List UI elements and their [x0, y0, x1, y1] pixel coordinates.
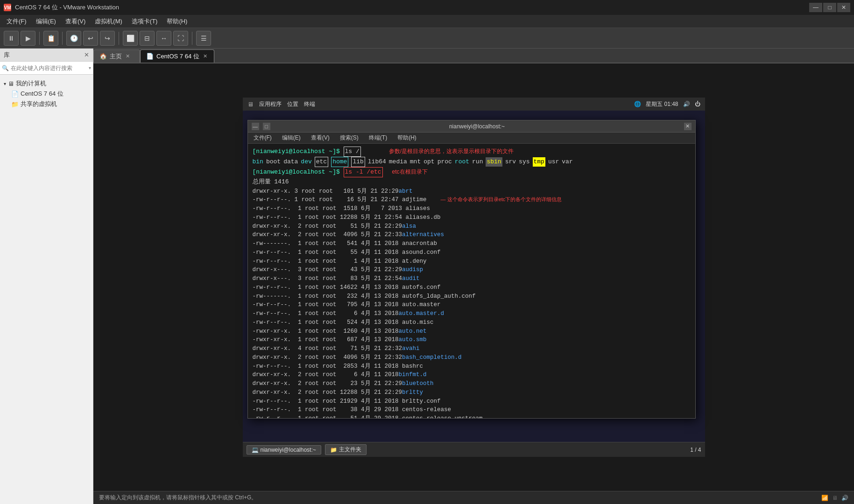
tab-centos[interactable]: 📄 CentOS 7 64 位 ✕ [140, 49, 214, 63]
toolbar-btn-10[interactable]: ⛶ [173, 31, 188, 46]
status-icon-2: 🖥 [832, 495, 838, 501]
tab-close-button[interactable]: ✕ [125, 53, 131, 59]
total-text: 总用量 1416 [253, 177, 289, 187]
volume-icon: 🔊 [683, 101, 690, 107]
menu-view[interactable]: 查看(V) [61, 16, 90, 27]
desktop-menu-location[interactable]: 位置 [287, 100, 298, 108]
tab-close-button[interactable]: ✕ [202, 53, 208, 59]
terminal-titlebar: — □ nianweiyi@localhost:~ ✕ [248, 120, 695, 133]
menu-help[interactable]: 帮助(H) [162, 16, 192, 27]
toolbar-btn-7[interactable]: ⬜ [123, 31, 138, 46]
toolbar-btn-6[interactable]: ↪ [100, 31, 115, 46]
file-row-aliases: -rw-r--r--. 1 root root 1518 6月 7 2013 a… [253, 204, 691, 213]
total-line: 总用量 1416 [253, 177, 691, 187]
terminal-close-button[interactable]: ✕ [684, 123, 692, 130]
file-row-avahi: drwxr-xr-x. 4 root root 71 5月 21 22:32 a… [253, 344, 691, 353]
sidebar-header: 库 ✕ [0, 49, 93, 62]
tab-label: 主页 [110, 52, 122, 61]
chevron-icon: ▾ [4, 81, 6, 86]
term-menu-view[interactable]: 查看(V) [308, 134, 332, 142]
terminal-menubar: 文件(F) 编辑(E) 查看(V) 搜索(S) 终端(T) 帮助(H) [248, 133, 695, 144]
ls-item-media: media [389, 157, 407, 167]
ls-item-lib: lib [351, 157, 365, 167]
status-text: 要将输入定向到该虚拟机，请将鼠标指针移入其中或按 Ctrl+G。 [99, 494, 257, 502]
menu-vm[interactable]: 虚拟机(M) [90, 16, 127, 27]
desktop-topbar: 🖥 应用程序 位置 终端 🌐 星期五 01:48 🔊 ⏻ [243, 98, 705, 111]
sidebar-item-my-computer[interactable]: ▾ 🖥 我的计算机 [2, 78, 91, 89]
file-row-adjtime: -rw-r--r--. 1 root root 16 5月 21 22:47 a… [253, 196, 691, 204]
minimize-button[interactable]: — [809, 3, 822, 12]
term-menu-search[interactable]: 搜索(S) [337, 134, 361, 142]
ls-output-line: bin boot data dev etc home lib lib64 med… [253, 157, 691, 167]
annotation-1: 参数/是根目录的意思，这表示显示根目录下的文件 [389, 147, 514, 156]
terminal-maximize-button[interactable]: □ [263, 123, 270, 130]
menu-edit[interactable]: 编辑(E) [31, 16, 61, 27]
power-icon[interactable]: ⏻ [695, 101, 700, 107]
ls-item-sbin: sbin [486, 157, 502, 167]
term-menu-file[interactable]: 文件(F) [251, 134, 275, 142]
term-menu-edit[interactable]: 编辑(E) [279, 134, 303, 142]
term-menu-help[interactable]: 帮助(H) [395, 134, 419, 142]
menu-tabs[interactable]: 选项卡(T) [127, 16, 162, 27]
page-indicator: 1 / 4 [690, 447, 701, 453]
toolbar-btn-1[interactable]: ⏸ [4, 31, 19, 46]
status-icons: 📶 🖥 🔊 [821, 495, 848, 501]
toolbar-btn-9[interactable]: ↔ [156, 31, 171, 46]
title-bar: VM CentOS 7 64 位 - VMware Workstation — … [0, 0, 854, 15]
topbar-right: 🌐 星期五 01:48 🔊 ⏻ [634, 100, 700, 108]
file-row-auto-master-d: -rw-r--r--. 1 root root 6 4月 13 2018 aut… [253, 309, 691, 318]
vm-icon: 📄 [11, 91, 19, 98]
toolbar-btn-5[interactable]: ↩ [83, 31, 98, 46]
file-perms: drwxr-xr-x. [253, 187, 295, 196]
taskbar-item-label: 主文件夹 [339, 446, 361, 454]
tab-home[interactable]: 🏠 主页 ✕ [93, 49, 140, 63]
ls-item-boot: boot [266, 157, 281, 167]
taskbar-item-files[interactable]: 📁 主文件夹 [325, 444, 367, 455]
ls-item-home: home [331, 157, 348, 167]
desktop-menu-terminal[interactable]: 终端 [304, 100, 315, 108]
maximize-button[interactable]: □ [823, 3, 836, 12]
close-button[interactable]: ✕ [837, 3, 850, 12]
search-input[interactable] [11, 65, 87, 71]
desktop-content: — □ nianweiyi@localhost:~ ✕ 文件(F) 编辑(E) … [243, 111, 705, 442]
sidebar-title: 库 [4, 51, 10, 59]
vm-screen[interactable]: 🖥 应用程序 位置 终端 🌐 星期五 01:48 🔊 ⏻ [93, 63, 854, 491]
file-row-binfmt: drwxr-xr-x. 2 root root 6 4月 11 2018 bin… [253, 371, 691, 379]
sidebar-item-label: 我的计算机 [16, 79, 46, 88]
menu-file[interactable]: 文件(F) [2, 16, 31, 27]
sidebar-item-label: CentOS 7 64 位 [21, 90, 64, 98]
file-row-audit: drwxr-x---. 3 root root 83 5月 21 22:54 a… [253, 274, 691, 283]
sidebar-item-shared-vms[interactable]: 📁 共享的虚拟机 [2, 99, 91, 109]
ls-item-srv: srv [505, 157, 516, 167]
file-row-alternatives: drwxr-xr-x. 2 root root 4096 5月 21 22:33… [253, 231, 691, 239]
sidebar-item-centos[interactable]: 📄 CentOS 7 64 位 [2, 89, 91, 99]
file-row-autofs-ldap: -rw-------. 1 root root 232 4月 13 2018 a… [253, 292, 691, 301]
sidebar-close-button[interactable]: ✕ [84, 51, 89, 58]
taskbar-right: 1 / 4 [690, 447, 701, 453]
status-bar: 要将输入定向到该虚拟机，请将鼠标指针移入其中或按 Ctrl+G。 📶 🖥 🔊 [93, 491, 854, 504]
toolbar-btn-4[interactable]: 🕐 [66, 31, 81, 46]
sidebar-search-bar[interactable]: 🔍 ▾ [0, 62, 93, 75]
sidebar-item-label: 共享的虚拟机 [21, 100, 57, 108]
centos-icon: 🖥 [247, 101, 254, 108]
taskbar-item-terminal[interactable]: 💻 nianweiyi@localhost:~ [247, 445, 321, 455]
file-row-auto-net: -rwxr-xr-x. 1 root root 1260 4月 13 2018 … [253, 327, 691, 336]
terminal-minimize-button[interactable]: — [252, 123, 259, 130]
file-row-centos-release-upstream: -rw-r--r--. 1 root root 51 4月 29 2018 ce… [253, 414, 691, 418]
tabs-bar: 🏠 主页 ✕ 📄 CentOS 7 64 位 ✕ [93, 49, 854, 63]
centos-desktop: 🖥 应用程序 位置 终端 🌐 星期五 01:48 🔊 ⏻ [243, 98, 705, 457]
toolbar-btn-11[interactable]: ☰ [196, 31, 211, 46]
toolbar-btn-3[interactable]: 📋 [43, 31, 58, 46]
desktop-menu-apps[interactable]: 应用程序 [259, 100, 282, 108]
toolbar-btn-2[interactable]: ▶ [21, 31, 35, 46]
annotation-2: etc在根目录下 [392, 168, 428, 176]
file-row-bashrc: -rw-r--r--. 1 root root 2853 4月 11 2018 … [253, 362, 691, 371]
terminal-icon: 💻 [252, 447, 259, 453]
terminal-title: nianweiyi@localhost:~ [274, 123, 680, 130]
search-dropdown-icon[interactable]: ▾ [89, 65, 91, 70]
main-area: 库 ✕ 🔍 ▾ ▾ 🖥 我的计算机 📄 CentOS 7 64 位 [0, 49, 854, 504]
toolbar-btn-8[interactable]: ⊟ [140, 31, 155, 46]
status-icon-3: 🔊 [841, 495, 848, 501]
term-menu-terminal[interactable]: 终端(T) [366, 134, 390, 142]
ls-item-etc: etc [315, 157, 328, 167]
